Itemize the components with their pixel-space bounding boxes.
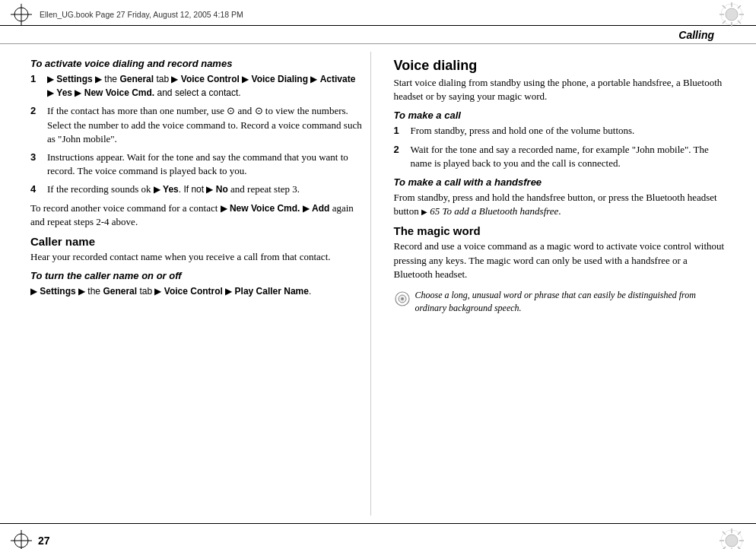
svg-point-3 <box>726 8 738 21</box>
main-content: To activate voice dialing and record nam… <box>0 44 756 523</box>
step-2: 2 If the contact has more than one numbe… <box>30 104 363 146</box>
caller-name-section: Caller name Hear your recorded contact n… <box>30 235 363 264</box>
header-bar: Ellen_UG.book Page 27 Friday, August 12,… <box>0 0 756 26</box>
caller-name-toggle-section: To turn the caller name on or off ▶ Sett… <box>30 270 363 298</box>
make-call-step-2: 2 Wait for the tone and say a recorded n… <box>394 143 726 170</box>
right-column: Voice dialing Start voice dialing from s… <box>386 52 726 516</box>
header-book-ref: Ellen_UG.book Page 27 Friday, August 12,… <box>40 10 243 19</box>
footer-left: 27 <box>11 530 50 549</box>
magic-word-desc: Record and use a voice command as a magi… <box>394 240 726 281</box>
record-another-text: To record another voice command for a co… <box>30 202 363 229</box>
left-column: To activate voice dialing and record nam… <box>30 52 371 516</box>
step-3: 3 Instructions appear. Wait for the tone… <box>30 151 363 178</box>
activate-voice-section: To activate voice dialing and record nam… <box>30 58 363 229</box>
make-call-step-1: 1 From standby, press and hold one of th… <box>394 124 726 138</box>
activate-voice-steps: 1 ▶ Settings ▶ the General tab ▶ Voice C… <box>30 72 363 197</box>
make-call-step-1-text: From standby, press and hold one of the … <box>411 124 726 138</box>
magic-word-section: The magic word Record and use a voice co… <box>394 224 726 281</box>
page-number: 27 <box>38 535 50 547</box>
corner-tr-decoration <box>718 1 745 28</box>
footer: 27 <box>0 523 756 549</box>
voice-dialing-intro: Start voice dialing from standby using t… <box>394 76 726 103</box>
corner-br-decoration <box>718 527 745 549</box>
corner-tl-decoration <box>11 4 32 25</box>
caller-name-toggle-steps: ▶ Settings ▶ the General tab ▶ Voice Con… <box>30 284 363 298</box>
voice-dialing-heading: Voice dialing <box>394 58 726 74</box>
handsfree-heading: To make a call with a handsfree <box>394 176 726 188</box>
activate-voice-heading: To activate voice dialing and record nam… <box>30 58 363 69</box>
voice-dialing-section: Voice dialing Start voice dialing from s… <box>394 58 726 103</box>
caller-name-desc: Hear your recorded contact name when you… <box>30 250 363 264</box>
magic-word-heading: The magic word <box>394 224 726 237</box>
tip-text: Choose a long, unusual word or phrase th… <box>415 289 726 315</box>
tip-icon <box>394 290 411 307</box>
page-container: Ellen_UG.book Page 27 Friday, August 12,… <box>0 0 756 549</box>
make-call-steps: 1 From standby, press and hold one of th… <box>394 124 726 170</box>
make-call-step-2-text: Wait for the tone and say a recorded nam… <box>411 143 726 170</box>
caller-name-heading: Caller name <box>30 235 363 248</box>
handsfree-desc: From standby, press and hold the handsfr… <box>394 191 726 218</box>
handsfree-section: To make a call with a handsfree From sta… <box>394 176 726 218</box>
svg-point-19 <box>726 535 738 547</box>
svg-point-15 <box>401 297 404 300</box>
step-1: 1 ▶ Settings ▶ the General tab ▶ Voice C… <box>30 72 363 100</box>
tip-box: Choose a long, unusual word or phrase th… <box>394 289 726 315</box>
make-call-heading: To make a call <box>394 109 726 121</box>
section-title: Calling <box>678 29 714 41</box>
corner-bl-decoration <box>11 530 32 549</box>
step-4: 4 If the recording sounds ok ▶ Yes. If n… <box>30 182 363 196</box>
caller-name-toggle-heading: To turn the caller name on or off <box>30 270 363 281</box>
section-title-row: Calling <box>0 26 756 44</box>
make-call-section: To make a call 1 From standby, press and… <box>394 109 726 170</box>
